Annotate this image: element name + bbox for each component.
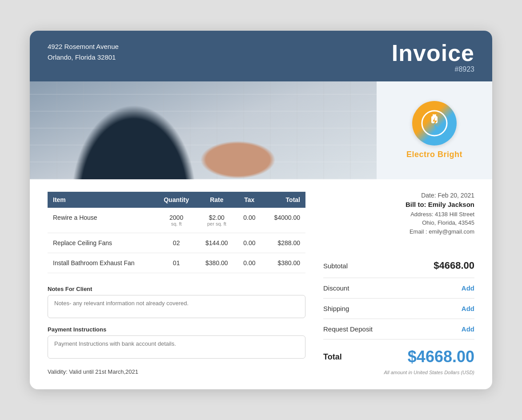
cell-tax: 0.00 xyxy=(236,253,263,273)
subtotal-row: Subtotal $4668.00 xyxy=(323,254,474,278)
plug-svg xyxy=(421,110,448,137)
deposit-row: Request Deposit Add xyxy=(323,319,474,339)
col-item: Item xyxy=(48,192,155,208)
bill-email: Email : emily@gmail.com xyxy=(323,227,474,236)
validity-text: Validity: Valid until 21st March,2021 xyxy=(48,368,305,375)
col-quantity: Quantity xyxy=(155,192,197,208)
shipping-row: Shipping Add xyxy=(323,299,474,319)
summary-section: Subtotal $4668.00 Discount Add Shipping … xyxy=(323,254,474,375)
bill-to: Bill to: Emily Jackson xyxy=(323,201,474,208)
address-line1: 4922 Rosemont Avenue xyxy=(48,41,119,52)
logo-text: Electro Bright xyxy=(406,150,462,159)
total-row: Total $4668.00 xyxy=(323,339,474,368)
total-value: $4668.00 xyxy=(408,347,474,366)
discount-label: Discount xyxy=(323,284,349,292)
svg-rect-2 xyxy=(433,114,434,117)
payment-label: Payment Instructions xyxy=(48,326,305,333)
address-line2: Orlando, Florida 32801 xyxy=(48,52,119,63)
usd-note: All amount in United States Dollars (USD… xyxy=(323,370,474,375)
deposit-add-button[interactable]: Add xyxy=(462,325,474,333)
notes-label: Notes For Client xyxy=(48,286,305,292)
cell-total: $288.00 xyxy=(263,233,305,253)
subtotal-value: $4668.00 xyxy=(434,260,474,271)
table-header-row: Item Quantity Rate Tax Total xyxy=(48,192,305,208)
total-label: Total xyxy=(323,352,342,362)
cell-item: Rewire a House xyxy=(48,208,155,233)
col-total: Total xyxy=(263,192,305,208)
bill-address2: Ohio, Florida, 43545 xyxy=(323,218,474,227)
invoice-right: Date: Feb 20, 2021 Bill to: Emily Jackso… xyxy=(323,179,474,376)
cell-tax: 0.00 xyxy=(236,208,263,233)
cell-rate: $2.00 per sq. ft xyxy=(197,208,236,233)
col-tax: Tax xyxy=(236,192,263,208)
invoice-number: #8923 xyxy=(392,65,474,73)
cell-quantity: 01 xyxy=(155,253,197,273)
cell-item: Install Bathroom Exhaust Fan xyxy=(48,253,155,273)
logo-icon xyxy=(412,101,457,145)
notes-input[interactable] xyxy=(48,295,305,318)
shipping-label: Shipping xyxy=(323,305,349,312)
invoice-table: Item Quantity Rate Tax Total Rewire a Ho… xyxy=(48,192,305,273)
cell-quantity: 02 xyxy=(155,233,197,253)
cell-rate: $380.00 xyxy=(197,253,236,273)
cell-item: Replace Ceiling Fans xyxy=(48,233,155,253)
shipping-add-button[interactable]: Add xyxy=(462,305,474,312)
banner: Electro Bright xyxy=(30,81,492,179)
bill-address: Address: 4138 Hill Street xyxy=(323,210,474,219)
notes-section: Notes For Client xyxy=(48,286,305,320)
banner-image xyxy=(30,81,377,179)
col-rate: Rate xyxy=(197,192,236,208)
payment-input[interactable] xyxy=(48,335,305,359)
subtotal-label: Subtotal xyxy=(323,262,348,270)
cell-rate: $144.00 xyxy=(197,233,236,253)
payment-section: Payment Instructions xyxy=(48,326,305,360)
svg-rect-3 xyxy=(434,114,436,117)
invoice-body: Item Quantity Rate Tax Total Rewire a Ho… xyxy=(30,179,492,390)
invoice-card: 4922 Rosemont Avenue Orlando, Florida 32… xyxy=(30,31,492,390)
cell-quantity: 2000 sq. ft xyxy=(155,208,197,233)
table-row: Install Bathroom Exhaust Fan 01 $380.00 … xyxy=(48,253,305,273)
bill-info: Date: Feb 20, 2021 Bill to: Emily Jackso… xyxy=(323,192,474,236)
company-logo: Electro Bright xyxy=(377,81,492,179)
invoice-left: Item Quantity Rate Tax Total Rewire a Ho… xyxy=(48,179,305,376)
cell-total: $380.00 xyxy=(263,253,305,273)
invoice-title-block: Invoice #8923 xyxy=(392,41,474,73)
logo-name-part2: Bright xyxy=(438,150,462,159)
table-row: Rewire a House 2000 sq. ft $2.00 per sq.… xyxy=(48,208,305,233)
discount-row: Discount Add xyxy=(323,278,474,299)
invoice-header: 4922 Rosemont Avenue Orlando, Florida 32… xyxy=(30,31,492,81)
discount-add-button[interactable]: Add xyxy=(462,284,474,292)
cell-tax: 0.00 xyxy=(236,233,263,253)
cell-total: $4000.00 xyxy=(263,208,305,233)
company-address: 4922 Rosemont Avenue Orlando, Florida 32… xyxy=(48,41,119,63)
invoice-title: Invoice xyxy=(392,41,474,65)
table-row: Replace Ceiling Fans 02 $144.00 0.00 $28… xyxy=(48,233,305,253)
logo-name-part1: Electro xyxy=(406,150,438,159)
deposit-label: Request Deposit xyxy=(323,325,373,333)
bill-date: Date: Feb 20, 2021 xyxy=(323,192,474,199)
